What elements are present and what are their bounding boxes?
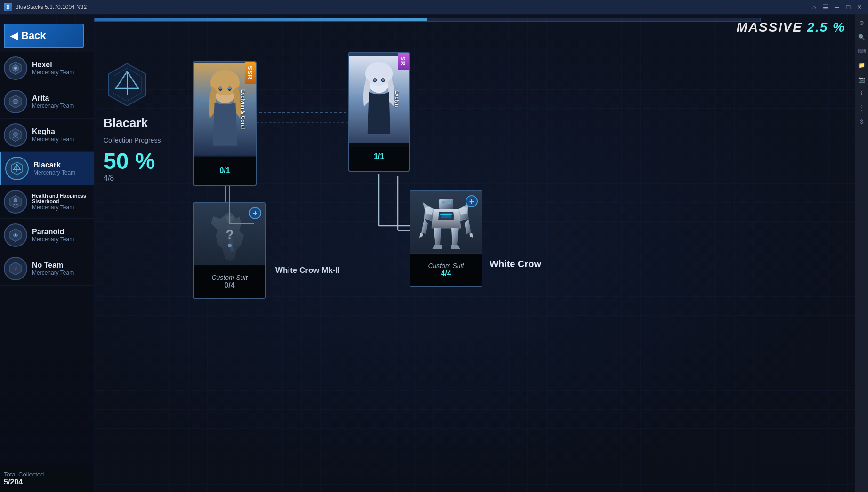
sidebar-item-noteam[interactable]: ? No Team Mercenary Team xyxy=(0,252,94,286)
ssr-badge: SSR xyxy=(245,62,256,84)
svg-text:?: ? xyxy=(225,227,233,242)
paranoid-icon xyxy=(4,223,27,247)
crow-suit-count: 4/4 xyxy=(441,270,451,278)
add-mk2-button[interactable]: + xyxy=(249,207,261,219)
svg-point-10 xyxy=(14,198,17,202)
close-button[interactable]: ✕ xyxy=(855,2,864,12)
hexel-text: Hexel Mercenary Team xyxy=(32,61,74,76)
keyboard-icon[interactable]: ⌨ xyxy=(857,46,867,56)
massive-percent: 2.5 % xyxy=(807,20,845,34)
sidebar-item-hexel[interactable]: Hexel Mercenary Team xyxy=(0,52,94,85)
blacark-text: Blacark Mercenary Team xyxy=(33,161,75,176)
folder-icon[interactable]: 📁 xyxy=(857,60,867,71)
kegha-text: Kegha Mercenary Team xyxy=(32,127,74,143)
restore-button[interactable]: □ xyxy=(844,2,853,12)
evelynn-coral-name: Evelynn & Coral xyxy=(241,89,246,129)
mk2-suit-bottom: Custom Suit 0/4 xyxy=(194,265,265,298)
blacark-icon xyxy=(5,157,29,180)
sidebar: Hexel Mercenary Team Arita Mercenary Tea… xyxy=(0,52,94,492)
card-white-crow-mk2[interactable]: + xyxy=(193,202,266,299)
home-button[interactable]: ⌂ xyxy=(810,2,819,12)
svg-rect-44 xyxy=(439,199,453,209)
game-area: MASSIVE 2.5 % ◀ Back Hexel Mercenary Tea… xyxy=(0,14,855,492)
total-label: Total Collected xyxy=(4,471,90,478)
sidebar-item-blacark[interactable]: Blacark Mercenary Team xyxy=(0,152,94,185)
arita-text: Arita Mercenary Team xyxy=(32,94,74,109)
svg-point-1 xyxy=(14,67,17,70)
hexel-icon xyxy=(4,56,27,80)
svg-text:?: ? xyxy=(14,266,17,271)
evelyn-count: 1/1 xyxy=(374,152,384,161)
progress-bar-fill xyxy=(95,18,427,21)
paranoid-text: Paranoid Mercenary Team xyxy=(32,228,74,243)
sidebar-item-paranoid[interactable]: Paranoid Mercenary Team xyxy=(0,219,94,252)
massive-label: MASSIVE 2.5 % xyxy=(737,20,845,35)
gear-icon[interactable]: ⚙ xyxy=(857,117,867,127)
back-label: Back xyxy=(21,30,46,42)
card-evelynn-coral[interactable]: SSR xyxy=(193,61,257,186)
noteam-icon: ? xyxy=(4,257,27,280)
svg-point-32 xyxy=(219,87,222,89)
team-logo xyxy=(104,61,151,108)
more-icon[interactable]: ⋮ xyxy=(857,103,867,113)
app-title: BlueStacks 5.3.70.1004 N32 xyxy=(15,4,87,10)
svg-rect-46 xyxy=(447,201,451,204)
noteam-name: No Team xyxy=(32,261,74,270)
arita-icon xyxy=(4,90,27,113)
blacark-team: Mercenary Team xyxy=(33,169,75,176)
svg-point-33 xyxy=(228,87,231,89)
massive-text: MASSIVE xyxy=(737,20,803,34)
health-team: Mercenary Team xyxy=(32,204,90,211)
settings-icon[interactable]: ⚙ xyxy=(857,18,867,28)
blacark-name: Blacark xyxy=(33,161,75,169)
kegha-name: Kegha xyxy=(32,127,74,136)
crow-suit-bottom: Custom Suit 4/4 xyxy=(410,253,482,286)
svg-point-12 xyxy=(15,234,17,237)
noteam-team: Mercenary Team xyxy=(32,270,74,276)
arita-name: Arita xyxy=(32,94,74,103)
noteam-text: No Team Mercenary Team xyxy=(32,261,74,276)
evelynn-coral-bottom: 0/1 xyxy=(194,157,256,185)
search-icon[interactable]: 🔍 xyxy=(857,32,867,42)
svg-point-39 xyxy=(373,78,376,81)
minimize-button[interactable]: ─ xyxy=(832,2,842,12)
top-bar: MASSIVE 2.5 % xyxy=(0,14,855,38)
svg-point-40 xyxy=(382,78,385,81)
app-icon: B xyxy=(4,3,12,11)
collection-tree: SSR xyxy=(184,52,855,492)
sidebar-item-arita[interactable]: Arita Mercenary Team xyxy=(0,85,94,119)
back-arrow-icon: ◀ xyxy=(10,30,17,41)
kegha-icon xyxy=(4,123,27,147)
evelynn-coral-count: 0/1 xyxy=(219,167,230,175)
paranoid-team: Mercenary Team xyxy=(32,236,74,243)
mk2-suit-count: 0/4 xyxy=(224,281,234,290)
white-crow-label: White Crow xyxy=(490,259,541,270)
health-text: Health and Happiness Sisterhood Mercenar… xyxy=(32,193,90,211)
bookmark-button[interactable]: ☰ xyxy=(821,2,830,12)
progress-bar-container xyxy=(94,18,761,22)
main-content: Blacark Collection Progress 50 % 4/8 SSR xyxy=(94,52,855,492)
camera-icon[interactable]: 📷 xyxy=(857,74,867,85)
sidebar-item-health[interactable]: Health and Happiness Sisterhood Mercenar… xyxy=(0,185,94,219)
total-value: 5/204 xyxy=(4,478,90,486)
add-crow-button[interactable]: + xyxy=(466,195,478,207)
svg-rect-45 xyxy=(442,201,445,204)
hexel-name: Hexel xyxy=(32,61,74,69)
paranoid-name: Paranoid xyxy=(32,228,74,236)
card-evelyn[interactable]: SR xyxy=(348,52,410,172)
back-button[interactable]: ◀ Back xyxy=(4,24,84,48)
white-crow-mk2-label: White Crow Mk-II xyxy=(275,266,340,275)
hexel-team: Mercenary Team xyxy=(32,69,74,76)
evelyn-name: Evelyn xyxy=(394,90,400,107)
mk2-suit-label: Custom Suit xyxy=(211,274,247,281)
card-white-crow[interactable]: + xyxy=(410,190,482,287)
svg-point-43 xyxy=(228,244,232,247)
health-name: Health and Happiness Sisterhood xyxy=(32,193,90,204)
info-icon[interactable]: ℹ xyxy=(857,88,867,99)
arita-team: Mercenary Team xyxy=(32,103,74,109)
window-controls: ⌂ ☰ ─ □ ✕ xyxy=(810,2,864,12)
crow-suit-label: Custom Suit xyxy=(428,262,464,270)
titlebar: B BlueStacks 5.3.70.1004 N32 ⌂ ☰ ─ □ ✕ xyxy=(0,0,868,14)
right-toolbar: ⚙ 🔍 ⌨ 📁 📷 ℹ ⋮ ⚙ xyxy=(855,14,868,492)
sidebar-item-kegha[interactable]: Kegha Mercenary Team xyxy=(0,119,94,152)
